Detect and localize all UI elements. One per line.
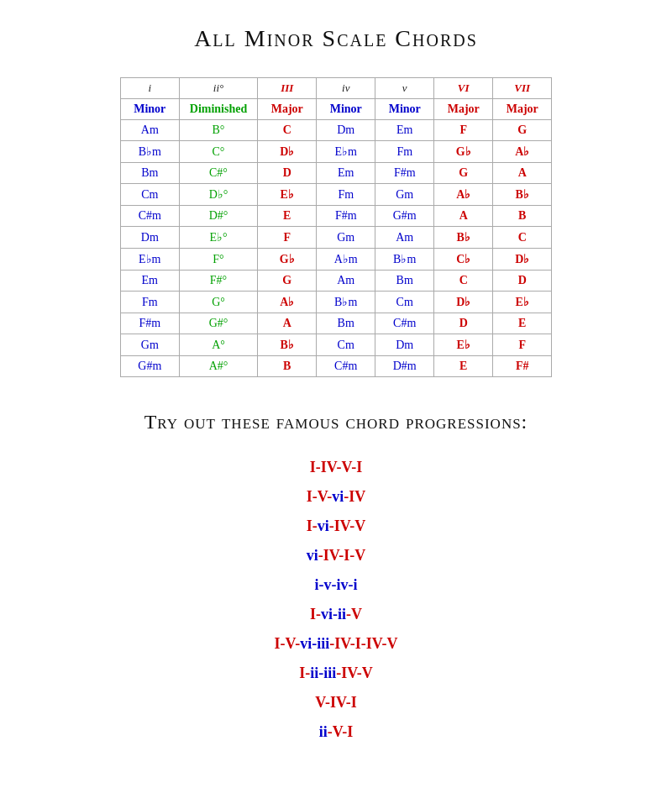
table-cell: G#m <box>120 356 179 377</box>
table-row: DmE♭°FGmAmB♭C <box>120 227 551 249</box>
progression-item: I-V-vi-IV <box>307 488 366 506</box>
type-major-3: Major <box>493 99 552 120</box>
col-header-i: i <box>120 78 179 99</box>
table-row: AmB°CDmEmFG <box>120 120 551 141</box>
table-cell: A♭ <box>434 184 493 206</box>
table-cell: Cm <box>317 334 375 356</box>
col-header-ii: ii° <box>179 78 257 99</box>
table-row: EmF#°GAmBmCD <box>120 271 551 292</box>
table-cell: D♭ <box>258 141 317 163</box>
progression-item: I-V-vi-iii-IV-I-IV-V <box>275 635 398 653</box>
table-cell: F#m <box>375 163 434 184</box>
table-row: G#mA#°BC#mD#mEF# <box>120 356 551 377</box>
table-cell: A#° <box>179 356 257 377</box>
table-row: B♭mC°D♭E♭mFmG♭A♭ <box>120 141 551 163</box>
table-cell: B♭ <box>258 334 317 356</box>
table-row: C#mD#°EF#mG#mAB <box>120 206 551 227</box>
table-cell: G° <box>179 292 257 313</box>
type-diminished: Diminished <box>179 99 257 120</box>
table-cell: A <box>258 313 317 334</box>
col-header-iii: III <box>258 78 317 99</box>
table-cell: D♭ <box>434 292 493 313</box>
table-cell: B♭m <box>120 141 179 163</box>
progression-item: I-vi-IV-V <box>307 517 366 535</box>
progression-item: V-IV-I <box>315 694 356 712</box>
table-cell: A♭m <box>317 249 375 271</box>
progressions-list: I-IV-V-II-V-vi-IVI-vi-IV-Vvi-IV-I-Vi-v-i… <box>34 459 638 741</box>
table-cell: Dm <box>120 227 179 249</box>
table-cell: B♭ <box>434 227 493 249</box>
table-cell: F° <box>179 249 257 271</box>
col-header-v: v <box>375 78 434 99</box>
table-row: BmC#°DEmF#mGA <box>120 163 551 184</box>
table-cell: Em <box>120 271 179 292</box>
progression-item: I-IV-V-I <box>310 459 362 476</box>
table-cell: Fm <box>375 141 434 163</box>
table-cell: C <box>434 271 493 292</box>
table-cell: F#° <box>179 271 257 292</box>
type-minor-1: Minor <box>120 99 179 120</box>
table-cell: Bm <box>317 313 375 334</box>
table-cell: C#m <box>317 356 375 377</box>
col-header-iv: iv <box>317 78 375 99</box>
table-cell: Bm <box>120 163 179 184</box>
table-cell: E♭m <box>317 141 375 163</box>
table-cell: C#m <box>375 313 434 334</box>
progression-item: vi-IV-I-V <box>307 547 366 565</box>
table-row: E♭mF°G♭A♭mB♭mC♭D♭ <box>120 249 551 271</box>
chord-table: i ii° III iv v VI VII Minor Diminished M… <box>120 77 552 377</box>
table-cell: Cm <box>120 184 179 206</box>
table-cell: D <box>493 271 552 292</box>
table-cell: Cm <box>375 292 434 313</box>
table-cell: Dm <box>375 334 434 356</box>
table-cell: F <box>258 227 317 249</box>
table-cell: Gm <box>317 227 375 249</box>
table-cell: G♭ <box>258 249 317 271</box>
table-cell: E♭ <box>434 334 493 356</box>
table-cell: F# <box>493 356 552 377</box>
table-cell: D♭° <box>179 184 257 206</box>
table-cell: C#° <box>179 163 257 184</box>
table-cell: Gm <box>120 334 179 356</box>
table-cell: E♭° <box>179 227 257 249</box>
chord-table-body: AmB°CDmEmFGB♭mC°D♭E♭mFmG♭A♭BmC#°DEmF#mGA… <box>120 120 551 377</box>
table-cell: Am <box>317 271 375 292</box>
table-cell: F#m <box>317 206 375 227</box>
table-cell: Bm <box>375 271 434 292</box>
progression-item: ii-V-I <box>319 723 354 741</box>
table-cell: F#m <box>120 313 179 334</box>
table-row: F#mG#°ABmC#mDE <box>120 313 551 334</box>
table-header-row: i ii° III iv v VI VII <box>120 78 551 99</box>
table-cell: Fm <box>317 184 375 206</box>
table-cell: C♭ <box>434 249 493 271</box>
table-cell: C#m <box>120 206 179 227</box>
table-cell: C <box>493 227 552 249</box>
table-cell: B° <box>179 120 257 141</box>
table-cell: Am <box>375 227 434 249</box>
table-cell: Am <box>120 120 179 141</box>
table-cell: B♭m <box>317 292 375 313</box>
col-header-vi: VI <box>434 78 493 99</box>
table-cell: D#m <box>375 356 434 377</box>
table-cell: E <box>493 313 552 334</box>
page-title: All Minor Scale Chords <box>34 25 638 52</box>
table-cell: G <box>434 163 493 184</box>
table-cell: E <box>434 356 493 377</box>
table-cell: A <box>434 206 493 227</box>
table-cell: A <box>493 163 552 184</box>
progression-item: I-ii-iii-IV-V <box>299 665 373 682</box>
table-cell: G♭ <box>434 141 493 163</box>
table-cell: D <box>258 163 317 184</box>
table-cell: A° <box>179 334 257 356</box>
table-cell: F <box>434 120 493 141</box>
table-cell: B♭ <box>493 184 552 206</box>
progressions-title: Try out these famous chord progressions: <box>34 411 638 433</box>
table-cell: Dm <box>317 120 375 141</box>
progression-item: i-v-iv-i <box>315 576 358 594</box>
progression-item: I-vi-ii-V <box>310 606 362 623</box>
table-cell: A♭ <box>258 292 317 313</box>
table-cell: F <box>493 334 552 356</box>
type-minor-2: Minor <box>317 99 375 120</box>
table-cell: G <box>258 271 317 292</box>
table-cell: E♭ <box>258 184 317 206</box>
